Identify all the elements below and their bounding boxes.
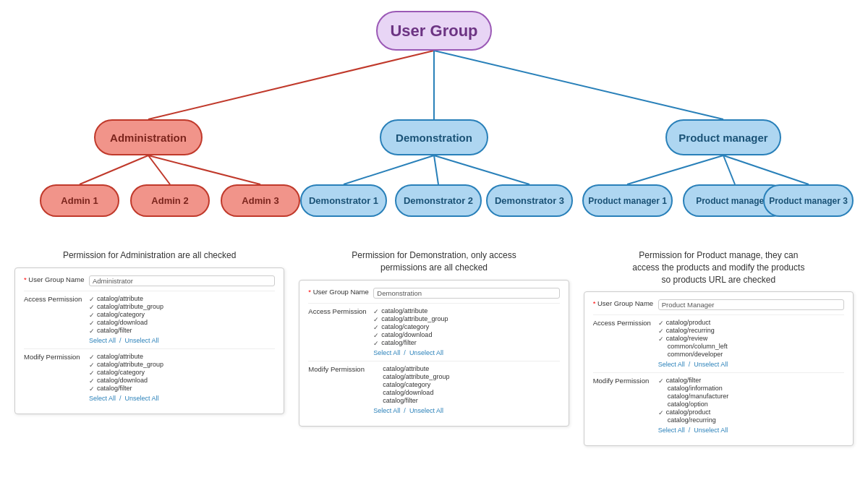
admin-permission-card: * User Group Name Access Permission ✓ ca… (14, 267, 284, 414)
demo-node[interactable]: Demonstration (380, 119, 488, 155)
list-item: catalog/option (658, 401, 844, 408)
admin-access-unselect-all[interactable]: Unselect All (125, 337, 159, 344)
demo-modify-list: catalog/attribute catalog/attribute_grou… (373, 365, 559, 414)
pm-modify-unselect-all[interactable]: Unselect All (694, 427, 728, 434)
pm-modify-list: ✓ catalog/filter catalog/information cat… (658, 377, 844, 434)
svg-line-7 (434, 155, 438, 184)
pm-access-row: Access Permission ✓ catalog/product ✓ ca… (593, 319, 844, 368)
list-item: ✓ catalog/filter (89, 385, 275, 392)
pm-card-col: Permission for Product manage, they cana… (584, 249, 854, 446)
demo-modify-row: Modify Permission catalog/attribute cata… (308, 365, 559, 414)
admin-caption: Permission for Administration are all ch… (63, 249, 236, 262)
admin3-label: Admin 3 (242, 195, 278, 206)
demo-access-select-all[interactable]: Select All (373, 349, 400, 356)
list-item: catalog/recurring (658, 416, 844, 424)
admin-name-row: * User Group Name (24, 275, 275, 286)
list-item: catalog/category (373, 381, 559, 388)
pm-modify-select-all[interactable]: Select All (658, 427, 685, 434)
admin-node[interactable]: Administration (94, 119, 203, 155)
pm-access-select-all[interactable]: Select All (658, 361, 685, 368)
list-item: ✓ catalog/attribute_group (373, 315, 559, 322)
demo-modify-unselect-all[interactable]: Unselect All (409, 407, 443, 414)
admin-access-label: Access Permission (24, 295, 89, 303)
root-label: User Group (390, 22, 477, 40)
pm3-node[interactable]: Product manager 3 (763, 184, 854, 217)
pm-name-input[interactable] (658, 299, 844, 310)
demo-name-row: * User Group Name (308, 288, 559, 299)
list-item: catalog/attribute_group (373, 373, 559, 380)
admin2-node[interactable]: Admin 2 (130, 184, 210, 217)
list-item: catalog/information (658, 385, 844, 392)
pm-access-unselect-all[interactable]: Unselect All (694, 361, 728, 368)
admin-modify-row: Modify Permission ✓ catalog/attribute ✓ … (24, 353, 275, 402)
list-item: catalog/download (373, 389, 559, 396)
admin-card-col: Permission for Administration are all ch… (14, 249, 284, 446)
pm-name-label: * User Group Name (593, 299, 658, 307)
demo-modify-label: Modify Permission (308, 365, 373, 373)
pm-name-row: * User Group Name (593, 299, 844, 310)
svg-line-6 (344, 155, 434, 184)
demo-modify-select-all[interactable]: Select All (373, 407, 400, 414)
pm3-label: Product manager 3 (769, 196, 848, 206)
list-item: ✓ catalog/product (658, 319, 844, 326)
demo-access-unselect-all[interactable]: Unselect All (409, 349, 443, 356)
pm-label: Product manager (678, 132, 767, 144)
svg-line-11 (723, 155, 809, 184)
demo-access-row: Access Permission ✓ catalog/attribute ✓ … (308, 307, 559, 356)
pm-access-label: Access Permission (593, 319, 658, 327)
demo-access-links: Select All / Unselect All (373, 349, 559, 356)
pm1-label: Product manager 1 (588, 196, 667, 206)
admin-access-list: ✓ catalog/attribute ✓ catalog/attribute_… (89, 295, 275, 344)
pm-access-links: Select All / Unselect All (658, 361, 844, 368)
demo-access-list: ✓ catalog/attribute ✓ catalog/attribute_… (373, 307, 559, 356)
svg-line-2 (434, 51, 723, 119)
list-item: ✓ catalog/download (373, 331, 559, 338)
demo3-node[interactable]: Demonstrator 3 (486, 184, 573, 217)
admin1-node[interactable]: Admin 1 (40, 184, 119, 217)
demo-name-input[interactable] (373, 288, 559, 299)
pm-modify-row: Modify Permission ✓ catalog/filter catal… (593, 377, 844, 434)
list-item: ✓ catalog/category (89, 311, 275, 318)
list-item: ✓ catalog/attribute_group (89, 361, 275, 368)
list-item: ✓ catalog/attribute (89, 353, 275, 360)
demo1-node[interactable]: Demonstrator 1 (300, 184, 387, 217)
admin-name-input[interactable] (89, 275, 275, 286)
list-item: ✓ catalog/filter (658, 377, 844, 384)
admin-modify-label: Modify Permission (24, 353, 89, 361)
list-item: ✓ catalog/download (89, 377, 275, 384)
root-node[interactable]: User Group (376, 11, 492, 51)
admin-modify-links: Select All / Unselect All (89, 395, 275, 402)
list-item: catalog/filter (373, 397, 559, 404)
list-item: ✓ catalog/filter (373, 339, 559, 346)
pm1-node[interactable]: Product manager 1 (582, 184, 673, 217)
list-item: ✓ catalog/download (89, 319, 275, 326)
svg-line-10 (723, 155, 735, 184)
demo-label: Demonstration (396, 132, 472, 144)
demo-name-label: * User Group Name (308, 288, 373, 296)
list-item: ✓ catalog/attribute (373, 307, 559, 314)
list-item: common/developer (658, 351, 844, 358)
cards-section: Permission for Administration are all ch… (0, 246, 868, 450)
svg-line-0 (148, 51, 434, 119)
admin3-node[interactable]: Admin 3 (221, 184, 300, 217)
demo-card-col: Permission for Demonstration, only acces… (299, 249, 569, 446)
demo2-node[interactable]: Demonstrator 2 (395, 184, 482, 217)
pm-caption: Permission for Product manage, they cana… (632, 249, 804, 286)
list-item: catalog/attribute (373, 365, 559, 372)
pm-node[interactable]: Product manager (665, 119, 781, 155)
tree-diagram: User Group Administration Admin 1 Admin … (0, 0, 868, 246)
admin-access-row: Access Permission ✓ catalog/attribute ✓ … (24, 295, 275, 344)
admin2-label: Admin 2 (151, 195, 188, 206)
pm-permission-card: * User Group Name Access Permission ✓ ca… (584, 291, 854, 446)
demo2-label: Demonstrator 2 (404, 195, 473, 206)
admin-modify-select-all[interactable]: Select All (89, 395, 116, 402)
pm-access-list: ✓ catalog/product ✓ catalog/recurring ✓ … (658, 319, 844, 368)
admin-access-select-all[interactable]: Select All (89, 337, 116, 344)
list-item: common/column_left (658, 343, 844, 350)
demo-modify-links: Select All / Unselect All (373, 407, 559, 414)
demo-access-label: Access Permission (308, 307, 373, 315)
list-item: ✓ catalog/product (658, 408, 844, 416)
list-item: ✓ catalog/filter (89, 327, 275, 334)
svg-line-5 (148, 155, 260, 184)
admin-modify-unselect-all[interactable]: Unselect All (125, 395, 159, 402)
